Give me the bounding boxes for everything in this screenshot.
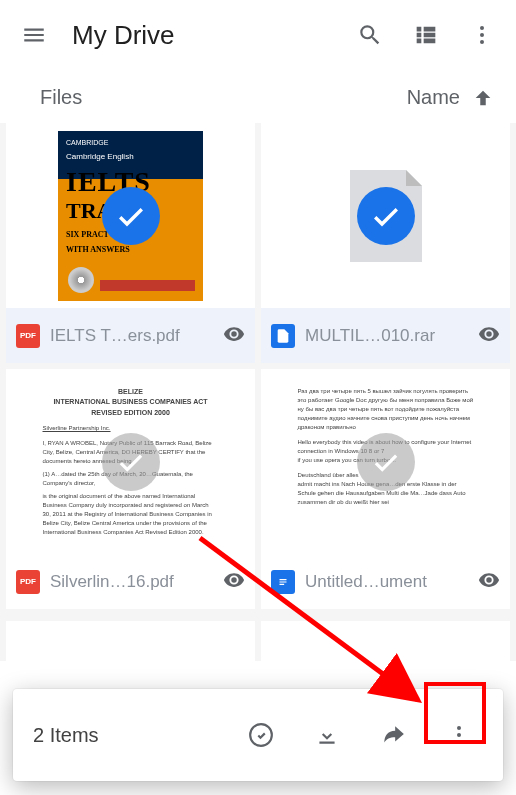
app-bar: My Drive	[0, 0, 516, 70]
section-header: Files Name	[0, 70, 516, 123]
file-name: Untitled…ument	[305, 572, 468, 592]
visibility-icon[interactable]	[478, 323, 500, 349]
selection-badge	[102, 433, 160, 491]
file-thumbnail: Раз два три четыре пять 5 вышел зайчик п…	[261, 369, 510, 554]
selection-count-label: 2 Items	[33, 724, 237, 747]
file-grid: CAMBRIDGE Cambridge English IELTS TRA SI…	[0, 123, 516, 661]
files-label: Files	[40, 86, 82, 109]
selection-action-sheet: 2 Items	[13, 689, 503, 781]
check-icon	[116, 447, 146, 477]
more-actions-icon[interactable]	[435, 711, 483, 759]
search-icon[interactable]	[356, 21, 384, 49]
offline-toggle-icon[interactable]	[237, 711, 285, 759]
file-name: IELTS T…ers.pdf	[50, 326, 213, 346]
sheet-actions	[237, 711, 483, 759]
doc-icon	[271, 570, 295, 594]
svg-point-5	[457, 733, 461, 737]
share-icon[interactable]	[369, 711, 417, 759]
svg-point-1	[480, 33, 484, 37]
svg-point-2	[480, 40, 484, 44]
file-thumbnail	[261, 123, 510, 308]
tile-footer: MULTIL…010.rar	[261, 308, 510, 363]
sort-control[interactable]: Name	[407, 86, 494, 109]
visibility-icon[interactable]	[478, 569, 500, 595]
visibility-icon[interactable]	[223, 569, 245, 595]
selection-badge	[357, 187, 415, 245]
svg-point-3	[250, 724, 272, 746]
tile-peek	[261, 621, 510, 661]
file-tile[interactable]: CAMBRIDGE Cambridge English IELTS TRA SI…	[6, 123, 255, 363]
file-tile[interactable]: MULTIL…010.rar	[261, 123, 510, 363]
check-icon	[115, 200, 147, 232]
visibility-icon[interactable]	[223, 323, 245, 349]
tile-peek	[6, 621, 255, 661]
more-options-icon[interactable]	[468, 21, 496, 49]
file-tile[interactable]: BELIZE INTERNATIONAL BUSINESS COMPANIES …	[6, 369, 255, 609]
check-icon	[370, 200, 402, 232]
file-tile[interactable]: Раз два три четыре пять 5 вышел зайчик п…	[261, 369, 510, 609]
page-title: My Drive	[72, 20, 356, 51]
hamburger-menu-icon[interactable]	[20, 21, 48, 49]
view-toggle-icon[interactable]	[412, 21, 440, 49]
svg-point-6	[457, 740, 461, 744]
app-bar-actions	[356, 21, 496, 49]
svg-point-4	[457, 726, 461, 730]
svg-point-0	[480, 26, 484, 30]
pdf-icon: PDF	[16, 324, 40, 348]
tile-footer: PDF Silverlin…16.pdf	[6, 554, 255, 609]
arrow-up-icon	[472, 87, 494, 109]
file-name: Silverlin…16.pdf	[50, 572, 213, 592]
file-thumbnail: BELIZE INTERNATIONAL BUSINESS COMPANIES …	[6, 369, 255, 554]
pdf-icon: PDF	[16, 570, 40, 594]
download-icon[interactable]	[303, 711, 351, 759]
tile-footer: PDF IELTS T…ers.pdf	[6, 308, 255, 363]
sort-label: Name	[407, 86, 460, 109]
tile-footer: Untitled…ument	[261, 554, 510, 609]
file-thumbnail: CAMBRIDGE Cambridge English IELTS TRA SI…	[6, 123, 255, 308]
file-name: MULTIL…010.rar	[305, 326, 468, 346]
check-icon	[371, 447, 401, 477]
selection-badge	[102, 187, 160, 245]
selection-badge	[357, 433, 415, 491]
file-icon	[271, 324, 295, 348]
